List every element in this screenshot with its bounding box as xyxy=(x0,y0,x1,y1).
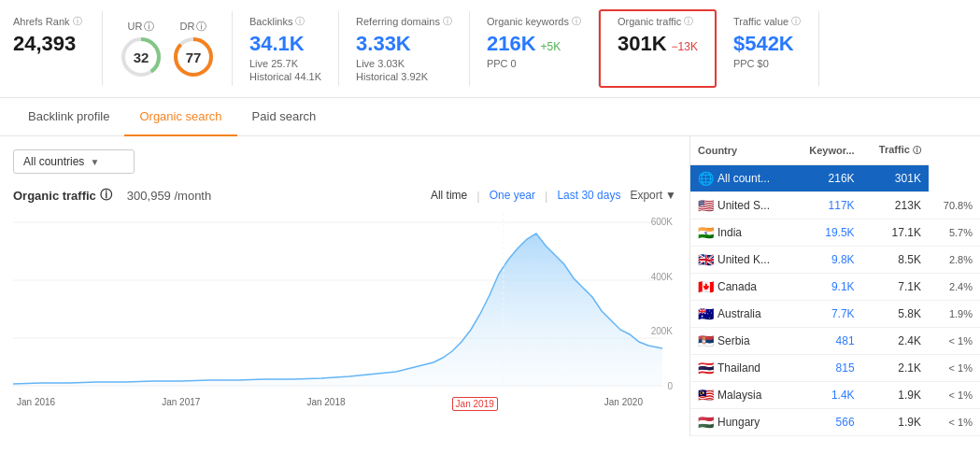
metric-traffic-value: Traffic value ⓘ $542K PPC $0 xyxy=(717,11,819,86)
x-label-2020: Jan 2020 xyxy=(604,397,643,411)
metric-sub2-referring: Historical 3.92K xyxy=(356,71,452,82)
keywords-cell: 481 xyxy=(792,328,862,355)
keywords-cell: 117K xyxy=(792,192,862,219)
metric-label-ahrefs-rank: Ahrefs Rank ⓘ xyxy=(13,15,85,28)
info-icon-ur[interactable]: ⓘ xyxy=(144,20,154,34)
metric-dr: DR ⓘ 77 xyxy=(172,20,215,78)
metric-sub2-backlinks: Historical 44.1K xyxy=(249,71,321,82)
metric-organic-keywords: Organic keywords ⓘ 216K +5K PPC 0 xyxy=(470,11,599,86)
metric-value-org-kw: 216K xyxy=(487,32,536,56)
country-table: Country Keywor... Traffic ⓘ 🌐All count..… xyxy=(690,136,980,436)
chevron-down-icon: ▼ xyxy=(90,157,99,167)
metric-referring-domains: Referring domains ⓘ 3.33K Live 3.03K His… xyxy=(339,11,470,86)
tab-paid-search[interactable]: Paid search xyxy=(237,98,332,136)
pct-cell: < 1% xyxy=(929,355,980,382)
traffic-section-label: Organic traffic ⓘ xyxy=(13,187,112,204)
table-row[interactable]: 🇲🇾Malaysia1.4K1.9K< 1% xyxy=(690,382,980,409)
keywords-cell: 9.1K xyxy=(792,274,862,301)
metric-ur-dr: UR ⓘ 32 DR ⓘ 77 xyxy=(103,11,233,86)
pct-cell: 1.9% xyxy=(929,301,980,328)
pct-cell: 5.7% xyxy=(929,219,980,247)
chevron-down-icon-export: ▼ xyxy=(665,189,676,202)
metric-ur: UR ⓘ 32 xyxy=(120,20,163,78)
ur-ring: 32 xyxy=(120,35,163,78)
y-label-0: 0 xyxy=(651,381,676,391)
tab-organic-search[interactable]: Organic search xyxy=(124,98,236,136)
table-row[interactable]: 🇭🇺Hungary5661.9K< 1% xyxy=(690,409,980,436)
traffic-cell: 2.4K xyxy=(862,328,929,355)
metric-organic-traffic: Organic traffic ⓘ 301K −13K xyxy=(599,9,717,88)
col-header-keywords: Keywor... xyxy=(792,136,862,165)
ur-value: 32 xyxy=(134,49,149,64)
info-icon-org-traffic[interactable]: ⓘ xyxy=(684,15,693,28)
pct-cell: 70.8% xyxy=(929,192,980,219)
country-table-body: 🌐All count...216K301K🇺🇸United S...117K21… xyxy=(690,165,980,436)
dr-value: 77 xyxy=(186,49,202,64)
x-label-2018: Jan 2018 xyxy=(306,397,345,411)
info-icon-traffic-value[interactable]: ⓘ xyxy=(791,15,801,28)
traffic-value-display: 300,959 /month xyxy=(127,189,211,203)
keywords-cell: 1.4K xyxy=(792,382,862,409)
main-content: All countries ▼ Organic traffic ⓘ 300,95… xyxy=(0,136,980,436)
traffic-cell: 7.1K xyxy=(862,274,929,301)
x-label-2017: Jan 2017 xyxy=(162,397,200,411)
table-row[interactable]: 🇺🇸United S...117K213K70.8% xyxy=(690,192,980,219)
time-all[interactable]: All time xyxy=(431,189,467,202)
country-name-cell: 🇨🇦Canada xyxy=(690,274,792,301)
table-row[interactable]: 🇹🇭Thailand8152.1K< 1% xyxy=(690,355,980,382)
col-header-traffic: Traffic ⓘ xyxy=(862,136,929,165)
pct-cell: < 1% xyxy=(929,409,980,436)
traffic-cell: 5.8K xyxy=(862,301,929,328)
chart-area: 600K 400K 200K 0 xyxy=(13,213,676,395)
time-controls: All time | One year | Last 30 days Expor… xyxy=(431,189,676,203)
metric-change-org-kw: +5K xyxy=(541,40,561,53)
metric-sub-traffic-value: PPC $0 xyxy=(733,58,802,69)
country-select-label: All countries xyxy=(23,155,84,168)
pct-cell: 2.8% xyxy=(929,247,980,274)
keywords-cell: 9.8K xyxy=(792,247,862,274)
right-panel: Country Keywor... Traffic ⓘ 🌐All count..… xyxy=(690,136,980,436)
info-icon-dr[interactable]: ⓘ xyxy=(196,20,206,34)
y-label-400k: 400K xyxy=(651,272,676,282)
left-panel: All countries ▼ Organic traffic ⓘ 300,95… xyxy=(0,136,690,436)
table-row[interactable]: 🇨🇦Canada9.1K7.1K2.4% xyxy=(690,274,980,301)
keywords-cell: 7.7K xyxy=(792,301,862,328)
pct-cell: 2.4% xyxy=(929,274,980,301)
info-icon-backlinks[interactable]: ⓘ xyxy=(295,15,305,28)
info-icon-org-kw[interactable]: ⓘ xyxy=(572,15,581,28)
y-label-200k: 200K xyxy=(651,326,676,336)
country-name-cell: 🇲🇾Malaysia xyxy=(690,382,792,409)
traffic-row: Organic traffic ⓘ 300,959 /month All tim… xyxy=(13,187,676,204)
info-icon-ahrefs-rank[interactable]: ⓘ xyxy=(73,15,82,28)
country-name-cell: 🇷🇸Serbia xyxy=(690,328,792,355)
y-axis-labels: 600K 400K 200K 0 xyxy=(651,217,676,391)
export-button[interactable]: Export ▼ xyxy=(630,189,676,202)
info-icon-referring[interactable]: ⓘ xyxy=(443,15,452,28)
y-label-600k: 600K xyxy=(651,217,676,227)
x-axis-labels: Jan 2016 Jan 2017 Jan 2018 Jan 2019 Jan … xyxy=(13,395,676,411)
traffic-cell: 1.9K xyxy=(862,409,929,436)
tabs-bar: Backlink profile Organic search Paid sea… xyxy=(0,98,980,136)
keywords-cell: 566 xyxy=(792,409,862,436)
info-icon-traffic-col[interactable]: ⓘ xyxy=(913,146,921,155)
table-row[interactable]: 🇦🇺Australia7.7K5.8K1.9% xyxy=(690,301,980,328)
info-icon-traffic-section[interactable]: ⓘ xyxy=(100,187,112,204)
time-one-year[interactable]: One year xyxy=(490,189,535,202)
metric-value-referring: 3.33K xyxy=(356,32,452,56)
country-select[interactable]: All countries ▼ xyxy=(13,149,135,174)
table-row[interactable]: 🇬🇧United K...9.8K8.5K2.8% xyxy=(690,247,980,274)
keywords-cell: 815 xyxy=(792,355,862,382)
table-row[interactable]: 🌐All count...216K301K xyxy=(690,165,980,192)
metric-sub1-referring: Live 3.03K xyxy=(356,58,452,69)
metrics-bar: Ahrefs Rank ⓘ 24,393 UR ⓘ 32 DR ⓘ xyxy=(0,0,980,98)
traffic-cell: 2.1K xyxy=(862,355,929,382)
country-name-cell: 🌐All count... xyxy=(690,165,792,192)
metric-ahrefs-rank: Ahrefs Rank ⓘ 24,393 xyxy=(0,11,103,86)
metric-value-backlinks: 34.1K xyxy=(249,32,321,56)
tab-backlink-profile[interactable]: Backlink profile xyxy=(13,98,124,136)
time-30-days[interactable]: Last 30 days xyxy=(557,189,620,202)
table-row[interactable]: 🇷🇸Serbia4812.4K< 1% xyxy=(690,328,980,355)
country-name-cell: 🇹🇭Thailand xyxy=(690,355,792,382)
table-row[interactable]: 🇮🇳India19.5K17.1K5.7% xyxy=(690,219,980,247)
pct-cell: < 1% xyxy=(929,328,980,355)
